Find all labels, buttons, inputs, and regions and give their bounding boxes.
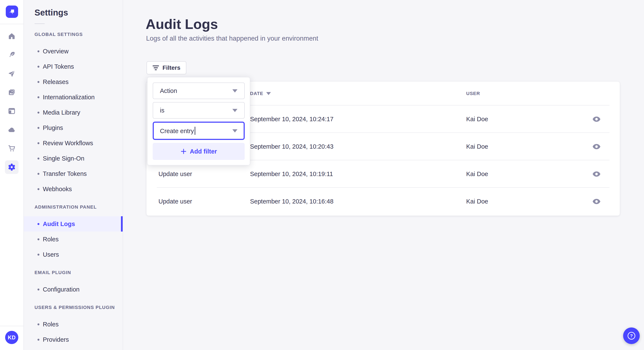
nav-list-global-settings: Overview API Tokens Releases Internation… [24, 44, 123, 197]
sidebar-item-label: Overview [43, 48, 68, 55]
bullet-dot [38, 96, 40, 98]
settings-subnav: Settings GLOBAL SETTINGS Overview API To… [24, 0, 123, 350]
nav-settings[interactable] [5, 160, 18, 174]
cell-actions [586, 197, 608, 206]
sidebar-item-plugins[interactable]: Plugins [24, 120, 123, 136]
sort-by-date-button[interactable]: DATE [250, 91, 271, 96]
nav-list-email-plugin: Configuration [24, 282, 123, 297]
sidebar-item-admin-roles[interactable]: Roles [24, 232, 123, 247]
nav-cloud[interactable] [5, 123, 18, 137]
sidebar-item-label: Users [43, 251, 59, 258]
sidebar-item-media-library[interactable]: Media Library [24, 105, 123, 120]
sidebar-item-review-workflows[interactable]: Review Workflows [24, 136, 123, 151]
section-label-global-settings: GLOBAL SETTINGS [34, 32, 123, 37]
chevron-down-icon [232, 109, 238, 112]
sidebar-item-transfer-tokens[interactable]: Transfer Tokens [24, 166, 123, 181]
page-title: Audit Logs [146, 16, 218, 33]
filter-operator-select[interactable]: is [153, 102, 245, 119]
chevron-down-icon [232, 89, 238, 93]
sidebar-item-admin-users[interactable]: Users [24, 247, 123, 262]
bullet-dot [38, 238, 40, 240]
nav-deploy[interactable] [5, 67, 18, 80]
bullet-dot [38, 324, 40, 325]
cell-actions [586, 170, 608, 178]
question-mark-icon: ? [628, 332, 635, 340]
column-header-user-label: USER [466, 91, 480, 96]
bullet-dot [38, 289, 40, 291]
eye-icon [592, 199, 600, 204]
sidebar-item-label: Webhooks [43, 186, 72, 193]
media-library-icon [8, 88, 16, 96]
cloud-icon [8, 126, 16, 134]
gear-icon [8, 163, 16, 172]
left-rail: KD [0, 0, 24, 350]
cell-action: Update user [158, 198, 250, 205]
filter-value-combobox[interactable]: Create entry [153, 122, 245, 140]
view-details-button[interactable] [591, 170, 602, 178]
cell-date: September 10, 2024, 10:16:48 [250, 198, 466, 205]
bullet-dot [38, 158, 40, 160]
bullet-dot [38, 66, 40, 68]
view-details-button[interactable] [591, 197, 602, 206]
filter-field-select[interactable]: Action [153, 82, 245, 99]
filters-button[interactable]: Filters [146, 61, 186, 74]
sidebar-item-single-sign-on[interactable]: Single Sign-On [24, 151, 123, 166]
help-button[interactable]: ? [623, 328, 640, 344]
cell-action: Update user [158, 171, 250, 177]
bullet-dot [38, 223, 40, 225]
bullet-dot [38, 127, 40, 129]
sidebar-item-label: Releases [43, 78, 68, 85]
table-row[interactable]: Update user September 10, 2024, 10:16:48… [146, 188, 620, 215]
filter-icon [152, 65, 159, 70]
sidebar-item-label: Roles [43, 321, 58, 328]
sidebar-item-api-tokens[interactable]: API Tokens [24, 59, 123, 74]
strapi-logo[interactable] [6, 5, 18, 18]
view-details-button[interactable] [591, 115, 602, 123]
bullet-dot [38, 112, 40, 114]
sidebar-item-up-roles[interactable]: Roles [24, 317, 123, 332]
feather-icon [8, 51, 16, 59]
cell-user: Kai Doe [466, 116, 586, 123]
rail-divider [0, 24, 24, 24]
section-label-email-plugin: EMAIL PLUGIN [34, 270, 123, 275]
rail-nav [0, 29, 24, 174]
cell-user: Kai Doe [466, 171, 586, 177]
sidebar-item-up-providers[interactable]: Providers [24, 332, 123, 347]
sidebar-item-audit-logs[interactable]: Audit Logs [24, 216, 123, 232]
rail-divider [0, 326, 24, 326]
nav-list-users-permissions-plugin: Roles Providers [24, 317, 123, 347]
avatar-initials: KD [8, 335, 16, 341]
filter-field-value: Action [160, 87, 177, 94]
add-filter-label: Add filter [190, 148, 217, 155]
nav-content-type-builder[interactable] [5, 48, 18, 62]
filters-popover: Action is Create entry Add filter [147, 77, 250, 166]
user-avatar[interactable]: KD [5, 331, 18, 344]
sidebar-item-internationalization[interactable]: Internationalization [24, 90, 123, 105]
bullet-dot [38, 339, 40, 341]
sidebar-item-label: Roles [43, 236, 58, 243]
nav-media-library[interactable] [5, 85, 18, 99]
chevron-down-icon [232, 129, 238, 133]
bullet-dot [38, 173, 40, 175]
page-subtitle: Logs of all the activities that happened… [146, 34, 318, 43]
sidebar-item-email-configuration[interactable]: Configuration [24, 282, 123, 297]
filter-operator-value: is [160, 107, 164, 114]
bullet-dot [38, 188, 40, 190]
sidebar-item-releases[interactable]: Releases [24, 74, 123, 90]
column-header-user: USER [466, 91, 586, 96]
sidebar-item-webhooks[interactable]: Webhooks [24, 181, 123, 197]
subnav-divider [34, 23, 45, 24]
nav-home[interactable] [5, 29, 18, 43]
layout-icon [8, 107, 16, 115]
view-details-button[interactable] [591, 143, 602, 151]
nav-content-manager[interactable] [5, 104, 18, 118]
column-header-date-label: DATE [250, 91, 263, 96]
plus-icon [180, 148, 187, 155]
sidebar-item-overview[interactable]: Overview [24, 44, 123, 59]
nav-marketplace[interactable] [5, 142, 18, 155]
paper-plane-icon [8, 70, 16, 77]
add-filter-button[interactable]: Add filter [153, 143, 245, 160]
shopping-cart-icon [8, 145, 16, 152]
filter-value-text: Create entry [160, 127, 195, 135]
column-header-date: DATE [250, 91, 466, 96]
